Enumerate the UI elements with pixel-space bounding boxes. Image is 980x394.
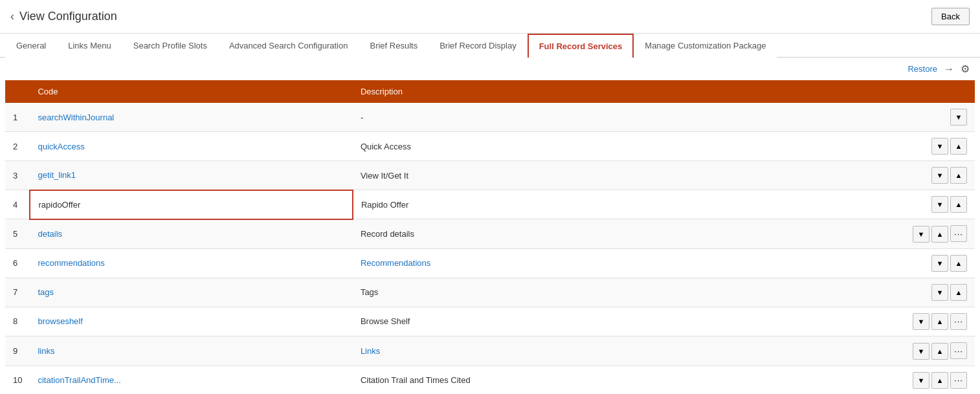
- move-down-button[interactable]: ▼: [931, 167, 948, 184]
- move-up-button[interactable]: ▲: [931, 313, 948, 330]
- row-description: Recommendations: [353, 248, 897, 278]
- move-up-button[interactable]: ▲: [950, 255, 967, 272]
- move-up-button[interactable]: ▲: [950, 167, 967, 184]
- row-description: Browse Shelf: [353, 307, 897, 336]
- settings-icon[interactable]: ⚙: [961, 63, 970, 75]
- move-down-button[interactable]: ▼: [950, 109, 967, 126]
- table-row: 1searchWithinJournal-▼: [5, 103, 975, 132]
- col-description: Description: [353, 80, 897, 103]
- row-actions: ▼▲···: [897, 366, 975, 394]
- move-up-button[interactable]: ▲: [931, 372, 948, 389]
- row-num: 7: [5, 278, 30, 307]
- toolbar: Restore → ⚙: [0, 58, 980, 80]
- row-num: 8: [5, 307, 30, 336]
- row-num: 5: [5, 219, 30, 249]
- row-actions: ▼: [897, 103, 975, 132]
- row-code: searchWithinJournal: [30, 103, 352, 132]
- tab-general[interactable]: General: [5, 34, 57, 58]
- move-up-button[interactable]: ▲: [950, 196, 967, 213]
- table-row: 7tagsTags▼▲: [5, 278, 975, 307]
- col-actions: [897, 80, 975, 103]
- col-num: [5, 80, 30, 103]
- row-description: Citation Trail and Times Cited: [353, 366, 897, 394]
- more-options-button[interactable]: ···: [950, 313, 967, 330]
- header-left: ‹ View Configuration: [10, 10, 117, 23]
- move-up-button[interactable]: ▲: [950, 284, 967, 301]
- restore-link[interactable]: Restore: [908, 64, 937, 74]
- row-actions: ▼▲···: [897, 307, 975, 336]
- row-code: rapidoOffer: [30, 190, 352, 219]
- row-num: 1: [5, 103, 30, 132]
- more-options-button[interactable]: ···: [950, 225, 967, 242]
- row-description: Quick Access: [353, 132, 897, 161]
- page-title: View Configuration: [19, 10, 117, 23]
- row-actions: ▼▲: [897, 132, 975, 161]
- move-down-button[interactable]: ▼: [913, 226, 930, 243]
- row-code: getit_link1: [30, 161, 352, 190]
- row-code: citationTrailAndTime...: [30, 366, 352, 394]
- table-row: 8browseshelfBrowse Shelf▼▲···: [5, 307, 975, 336]
- row-actions: ▼▲: [897, 190, 975, 219]
- tab-manage-customization-package[interactable]: Manage Customization Package: [634, 34, 777, 58]
- row-code: quickAccess: [30, 132, 352, 161]
- move-down-button[interactable]: ▼: [913, 343, 930, 360]
- row-num: 10: [5, 366, 30, 394]
- row-code: links: [30, 336, 352, 366]
- table-row: 10citationTrailAndTime...Citation Trail …: [5, 366, 975, 394]
- move-up-button[interactable]: ▲: [931, 343, 948, 360]
- tab-brief-results[interactable]: Brief Results: [359, 34, 429, 58]
- table-row: 2quickAccessQuick Access▼▲: [5, 132, 975, 161]
- table-body: 1searchWithinJournal-▼2quickAccessQuick …: [5, 103, 975, 394]
- table-row: 5detailsRecord details▼▲···: [5, 219, 975, 249]
- move-up-button[interactable]: ▲: [931, 226, 948, 243]
- row-description: Tags: [353, 278, 897, 307]
- row-actions: ▼▲: [897, 248, 975, 278]
- back-arrow-icon[interactable]: ‹: [10, 10, 14, 23]
- table-row: 9linksLinks▼▲···: [5, 336, 975, 366]
- row-description: Rapido Offer: [353, 190, 897, 219]
- move-down-button[interactable]: ▼: [931, 196, 948, 213]
- table-row: 3getit_link1View It/Get It▼▲: [5, 161, 975, 190]
- table-container: Code Description 1searchWithinJournal-▼2…: [0, 80, 980, 394]
- move-down-button[interactable]: ▼: [931, 284, 948, 301]
- tab-search-profile-slots[interactable]: Search Profile Slots: [122, 34, 218, 58]
- table-row: 6recommendationsRecommendations▼▲: [5, 248, 975, 278]
- row-code: browseshelf: [30, 307, 352, 336]
- move-down-button[interactable]: ▼: [931, 255, 948, 272]
- row-num: 6: [5, 248, 30, 278]
- tab-bar: GeneralLinks MenuSearch Profile SlotsAdv…: [0, 34, 980, 58]
- export-icon[interactable]: →: [944, 63, 954, 75]
- page-header: ‹ View Configuration Back: [0, 0, 980, 34]
- row-actions: ▼▲···: [897, 336, 975, 366]
- move-up-button[interactable]: ▲: [950, 138, 967, 155]
- row-num: 3: [5, 161, 30, 190]
- row-num: 4: [5, 190, 30, 219]
- tab-links-menu[interactable]: Links Menu: [57, 34, 122, 58]
- move-down-button[interactable]: ▼: [913, 313, 930, 330]
- col-code: Code: [30, 80, 352, 103]
- tab-brief-record-display[interactable]: Brief Record Display: [429, 34, 528, 58]
- table-header: Code Description: [5, 80, 975, 103]
- row-description: Links: [353, 336, 897, 366]
- row-actions: ▼▲: [897, 278, 975, 307]
- table-row: 4rapidoOfferRapido Offer▼▲: [5, 190, 975, 219]
- more-options-button[interactable]: ···: [950, 372, 967, 389]
- row-code: recommendations: [30, 248, 352, 278]
- row-description: -: [353, 103, 897, 132]
- row-description: View It/Get It: [353, 161, 897, 190]
- move-down-button[interactable]: ▼: [931, 138, 948, 155]
- back-button[interactable]: Back: [931, 8, 970, 25]
- row-num: 2: [5, 132, 30, 161]
- row-num: 9: [5, 336, 30, 366]
- row-code: tags: [30, 278, 352, 307]
- move-down-button[interactable]: ▼: [913, 372, 930, 389]
- row-actions: ▼▲···: [897, 219, 975, 249]
- more-options-button[interactable]: ···: [950, 342, 967, 359]
- row-description: Record details: [353, 219, 897, 249]
- row-actions: ▼▲: [897, 161, 975, 190]
- tab-advanced-search-configuration[interactable]: Advanced Search Configuration: [218, 34, 359, 58]
- row-code: details: [30, 219, 352, 249]
- tab-full-record-services[interactable]: Full Record Services: [528, 34, 634, 58]
- services-table: Code Description 1searchWithinJournal-▼2…: [5, 80, 975, 394]
